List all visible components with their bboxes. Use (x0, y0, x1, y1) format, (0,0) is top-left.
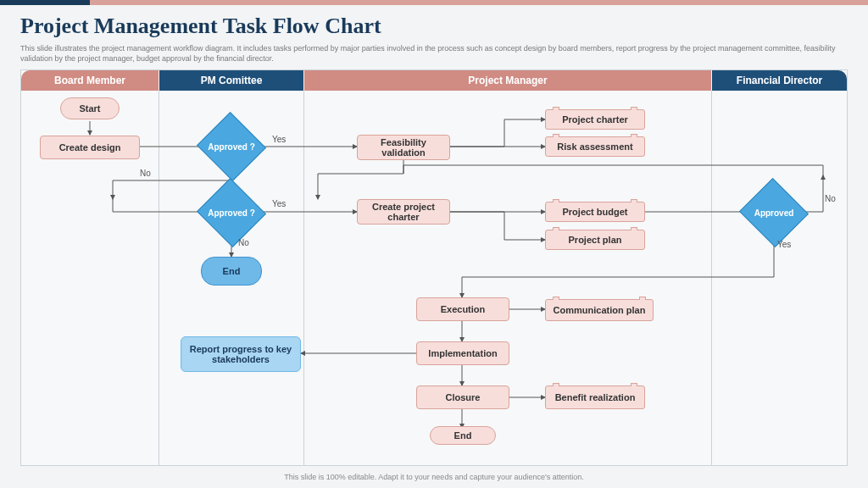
lane-header-project-manager: Project Manager (304, 70, 711, 91)
edge-label-yes: Yes (777, 240, 791, 249)
node-approved-3: Approved (748, 189, 799, 236)
footer-note: This slide is 100% editable. Adapt it to… (0, 473, 868, 481)
node-end-1: End (201, 257, 262, 286)
node-report-progress: Report progress to key stakeholders (181, 336, 301, 372)
lane-divider (159, 91, 159, 465)
decision-label: Approved ? (206, 123, 257, 170)
node-create-design: Create design (40, 136, 140, 159)
node-approved-1: Approved ? (206, 123, 257, 170)
flowchart-container: Board Member PM Comittee Project Manager… (20, 69, 848, 466)
edge-label-yes: Yes (272, 199, 286, 208)
top-accent-bar (0, 0, 868, 5)
lane-header-financial-director: Financial Director (712, 70, 847, 91)
edge-label-no: No (140, 169, 151, 178)
edge-label-no: No (238, 238, 249, 247)
slide-title: Project Management Task Flow Chart (20, 14, 381, 39)
node-execution: Execution (416, 297, 509, 321)
lane-divider (711, 91, 712, 465)
node-implementation: Implementation (416, 341, 509, 365)
lane-header-pm-committee: PM Comittee (159, 70, 303, 91)
node-comm-plan: Communication plan (545, 299, 654, 321)
lane-divider (303, 91, 304, 465)
node-project-charter: Project charter (545, 109, 645, 130)
node-project-plan: Project plan (545, 230, 645, 250)
edge-label-yes: Yes (272, 135, 286, 144)
lane-header-board-member: Board Member (21, 70, 159, 91)
node-end-2: End (430, 426, 496, 445)
node-benefit: Benefit realization (545, 385, 645, 409)
node-approved-2: Approved ? (206, 189, 257, 236)
edge-label-no: No (825, 194, 836, 203)
node-project-budget: Project budget (545, 202, 645, 222)
node-risk-assessment: Risk assessment (545, 136, 645, 157)
decision-label: Approved ? (206, 189, 257, 236)
node-create-charter: Create project charter (357, 199, 450, 225)
slide-subtitle: This slide illustrates the project manag… (20, 44, 848, 64)
node-start: Start (60, 97, 120, 119)
node-closure: Closure (416, 385, 509, 409)
node-feasibility: Feasibility validation (357, 135, 450, 160)
slide: Project Management Task Flow Chart This … (0, 0, 868, 488)
decision-label: Approved (748, 189, 799, 236)
